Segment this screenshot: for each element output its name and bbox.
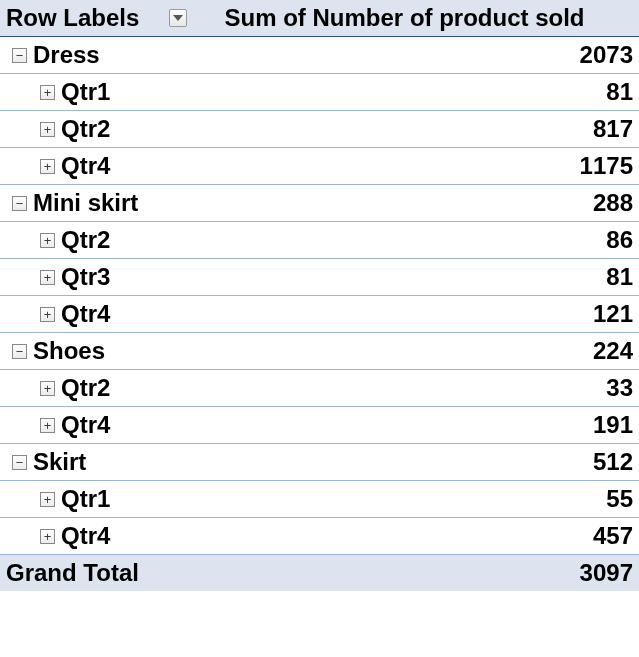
group-total: 288 bbox=[219, 185, 639, 222]
group-label: Skirt bbox=[33, 448, 86, 476]
detail-label-cell: +Qtr4 bbox=[6, 300, 213, 328]
chevron-down-icon bbox=[173, 15, 183, 21]
row-labels-text: Row Labels bbox=[6, 4, 139, 32]
expand-icon[interactable]: + bbox=[40, 270, 55, 285]
detail-row: +Qtr181 bbox=[0, 74, 639, 111]
detail-label-cell: +Qtr4 bbox=[6, 411, 213, 439]
expand-icon[interactable]: + bbox=[40, 418, 55, 433]
expand-icon[interactable]: + bbox=[40, 233, 55, 248]
detail-label-cell: +Qtr2 bbox=[6, 115, 213, 143]
group-label-cell: −Mini skirt bbox=[6, 189, 213, 217]
group-label-cell: −Dress bbox=[6, 41, 213, 69]
grand-total-row: Grand Total 3097 bbox=[0, 555, 639, 592]
grand-total-value: 3097 bbox=[219, 555, 639, 592]
detail-value: 1175 bbox=[219, 148, 639, 185]
detail-label: Qtr2 bbox=[61, 226, 110, 254]
detail-row: +Qtr41175 bbox=[0, 148, 639, 185]
detail-value: 86 bbox=[219, 222, 639, 259]
filter-dropdown-button[interactable] bbox=[169, 9, 187, 27]
detail-label: Qtr4 bbox=[61, 300, 110, 328]
detail-row: +Qtr2817 bbox=[0, 111, 639, 148]
collapse-icon[interactable]: − bbox=[12, 48, 27, 63]
detail-label-cell: +Qtr4 bbox=[6, 152, 213, 180]
detail-row: +Qtr4457 bbox=[0, 518, 639, 555]
group-total: 2073 bbox=[219, 37, 639, 74]
detail-row: +Qtr233 bbox=[0, 370, 639, 407]
expand-icon[interactable]: + bbox=[40, 85, 55, 100]
expand-icon[interactable]: + bbox=[40, 159, 55, 174]
detail-label: Qtr1 bbox=[61, 485, 110, 513]
detail-value: 817 bbox=[219, 111, 639, 148]
expand-icon[interactable]: + bbox=[40, 122, 55, 137]
group-label: Dress bbox=[33, 41, 100, 69]
grand-total-label: Grand Total bbox=[0, 555, 219, 592]
expand-icon[interactable]: + bbox=[40, 529, 55, 544]
pivot-header-row: Row Labels Sum of Number of product sold bbox=[0, 0, 639, 37]
detail-row: +Qtr381 bbox=[0, 259, 639, 296]
group-label-cell: −Shoes bbox=[6, 337, 213, 365]
detail-value: 81 bbox=[219, 259, 639, 296]
detail-row: +Qtr286 bbox=[0, 222, 639, 259]
expand-icon[interactable]: + bbox=[40, 492, 55, 507]
group-row: −Shoes224 bbox=[0, 333, 639, 370]
detail-value: 191 bbox=[219, 407, 639, 444]
detail-label: Qtr4 bbox=[61, 152, 110, 180]
group-total: 512 bbox=[219, 444, 639, 481]
detail-label: Qtr2 bbox=[61, 115, 110, 143]
group-row: −Dress2073 bbox=[0, 37, 639, 74]
detail-label-cell: +Qtr4 bbox=[6, 522, 213, 550]
expand-icon[interactable]: + bbox=[40, 381, 55, 396]
detail-row: +Qtr155 bbox=[0, 481, 639, 518]
pivot-table: Row Labels Sum of Number of product sold… bbox=[0, 0, 639, 591]
group-total: 224 bbox=[219, 333, 639, 370]
group-label-cell: −Skirt bbox=[6, 448, 213, 476]
detail-label: Qtr1 bbox=[61, 78, 110, 106]
group-label: Mini skirt bbox=[33, 189, 138, 217]
group-row: −Skirt512 bbox=[0, 444, 639, 481]
expand-icon[interactable]: + bbox=[40, 307, 55, 322]
detail-value: 457 bbox=[219, 518, 639, 555]
detail-label-cell: +Qtr2 bbox=[6, 226, 213, 254]
detail-label: Qtr3 bbox=[61, 263, 110, 291]
detail-label: Qtr4 bbox=[61, 522, 110, 550]
collapse-icon[interactable]: − bbox=[12, 196, 27, 211]
detail-label-cell: +Qtr1 bbox=[6, 78, 213, 106]
detail-value: 33 bbox=[219, 370, 639, 407]
svg-marker-0 bbox=[173, 15, 183, 21]
detail-row: +Qtr4191 bbox=[0, 407, 639, 444]
detail-label-cell: +Qtr1 bbox=[6, 485, 213, 513]
detail-label: Qtr2 bbox=[61, 374, 110, 402]
collapse-icon[interactable]: − bbox=[12, 344, 27, 359]
detail-label-cell: +Qtr2 bbox=[6, 374, 213, 402]
collapse-icon[interactable]: − bbox=[12, 455, 27, 470]
detail-value: 81 bbox=[219, 74, 639, 111]
group-label: Shoes bbox=[33, 337, 105, 365]
detail-value: 121 bbox=[219, 296, 639, 333]
detail-label: Qtr4 bbox=[61, 411, 110, 439]
row-labels-header: Row Labels bbox=[0, 0, 219, 37]
detail-value: 55 bbox=[219, 481, 639, 518]
value-header: Sum of Number of product sold bbox=[219, 0, 639, 37]
detail-row: +Qtr4121 bbox=[0, 296, 639, 333]
detail-label-cell: +Qtr3 bbox=[6, 263, 213, 291]
group-row: −Mini skirt288 bbox=[0, 185, 639, 222]
